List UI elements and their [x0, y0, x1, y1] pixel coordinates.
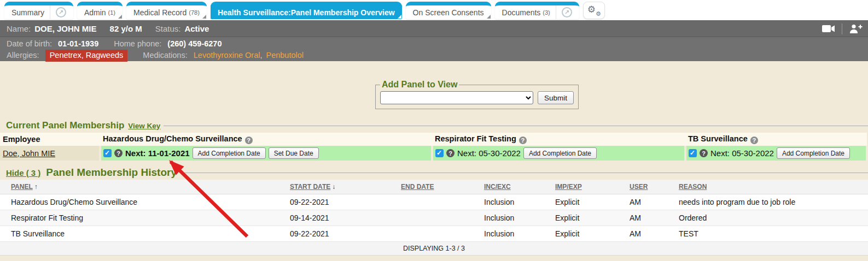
table-row: Hazardous Drug/Chemo Surveillance 09-22-… — [0, 194, 868, 210]
next-due-date: Next: 05-30-2022 — [710, 149, 774, 158]
table-row: TB Surveillance 09-22-2021 Inclusion Exp… — [0, 226, 868, 242]
add-completion-date-button[interactable]: Add Completion Date — [777, 147, 850, 159]
hazardous-panel-cell: Next: 11-01-2021 Add Completion Date Set… — [100, 146, 432, 161]
tab-medical-record[interactable]: Medical Record (78) — [126, 2, 207, 19]
cell-inc-exc: Inclusion — [474, 226, 545, 242]
column-header-imp-exp[interactable]: IMP/EXP — [545, 180, 620, 194]
current-panel-title: Current Panel Membership — [6, 120, 124, 131]
tab-bar: Summary Admin (1) Medical Record (78) He… — [0, 0, 868, 20]
allergies-label: Allergies: — [7, 51, 39, 60]
status-label: Status: — [155, 24, 181, 33]
column-header-employee: Employee — [0, 133, 100, 146]
external-link-icon — [562, 7, 572, 17]
tab-health-surveillance-active[interactable]: Health Surveillance:Panel Membership Ove… — [211, 2, 402, 19]
cell-start-date: 09-22-2021 — [280, 194, 391, 210]
membership-checkbox[interactable] — [103, 149, 112, 157]
tab-label: Admin — [84, 8, 106, 17]
patient-phone: (260) 459-6270 — [167, 39, 222, 48]
patient-banner: Name: DOE, JOHN MIE 82 y/o M Status: Act… — [0, 20, 868, 37]
cell-panel: Respirator Fit Testing — [0, 210, 280, 226]
history-header: Hide ( 3 ) Panel Membership History — [0, 167, 868, 179]
video-camera-icon — [822, 25, 835, 33]
dob-label: Date of birth: — [7, 39, 52, 48]
history-footer-row: DISPLAYING 1-3 / 3 — [0, 242, 868, 256]
cell-imp-exp: Explicit — [545, 210, 620, 226]
cell-user: AM — [620, 194, 669, 210]
column-header-panel[interactable]: PANEL↑ — [0, 180, 280, 194]
cell-imp-exp: Explicit — [545, 194, 620, 210]
help-icon[interactable] — [114, 149, 123, 157]
column-header-inc-exc[interactable]: INC/EXC — [474, 180, 545, 194]
tab-count: (3) — [543, 9, 550, 16]
tab-summary[interactable]: Summary — [4, 2, 73, 19]
cell-reason: needs into program due to job role — [669, 194, 868, 210]
open-new-window-button[interactable] — [556, 5, 572, 19]
history-table: PANEL↑ START DATE↓ END DATE INC/EXC IMP/… — [0, 180, 868, 256]
hide-toggle-link[interactable]: Hide ( 3 ) — [6, 168, 40, 177]
submit-button[interactable]: Submit — [538, 91, 574, 104]
cell-imp-exp: Explicit — [545, 226, 620, 242]
column-header-reason[interactable]: REASON — [669, 180, 868, 194]
add-panel-fieldset: Add Panel to View Submit — [375, 80, 579, 109]
divider — [180, 173, 868, 173]
column-header-tb: TB Surveillance — [685, 133, 867, 146]
paging-status: DISPLAYING 1-3 / 3 — [0, 242, 868, 256]
open-new-window-button[interactable] — [50, 5, 66, 19]
patient-banner-details: Date of birth: 01-01-1939 Home phone: (2… — [0, 37, 868, 61]
add-completion-date-button[interactable]: Add Completion Date — [193, 147, 266, 159]
current-panel-table: Employee Hazardous Drug/Chemo Surveillan… — [0, 133, 868, 161]
help-icon[interactable] — [446, 149, 455, 157]
tab-dropdown-fold-icon — [118, 15, 122, 19]
cell-end-date — [391, 226, 474, 242]
membership-checkbox[interactable] — [435, 149, 444, 157]
column-header-end-date[interactable]: END DATE — [391, 180, 474, 194]
view-key-link[interactable]: View Key — [128, 122, 160, 130]
tab-admin[interactable]: Admin (1) — [77, 2, 123, 19]
tab-dropdown-fold-icon — [487, 15, 491, 19]
patient-name: DOE, JOHN MIE — [34, 24, 96, 33]
cell-user: AM — [620, 226, 669, 242]
table-row: Respirator Fit Testing 09-14-2021 Inclus… — [0, 210, 868, 226]
column-header-start-date[interactable]: START DATE↓ — [280, 180, 391, 194]
help-icon[interactable] — [750, 137, 758, 144]
patient-age-sex: 82 y/o M — [110, 24, 142, 33]
column-header-user[interactable]: USER — [620, 180, 669, 194]
medication-item: Levothyroxine Oral — [194, 51, 260, 60]
medication-item: Penbutolol — [266, 51, 304, 60]
tab-documents[interactable]: Documents (3) — [495, 2, 579, 19]
respirator-panel-cell: Next: 05-30-2022 Add Completion Date — [432, 146, 685, 161]
cell-inc-exc: Inclusion — [474, 210, 545, 226]
cell-end-date — [391, 210, 474, 226]
add-person-button[interactable] — [849, 24, 863, 33]
employee-cell: Doe, John MIE — [0, 146, 100, 161]
add-completion-date-button[interactable]: Add Completion Date — [523, 147, 597, 159]
external-link-icon — [56, 7, 66, 17]
name-label: Name: — [7, 24, 31, 33]
current-panel-membership-section: Current Panel Membership View Key Employ… — [0, 120, 868, 161]
membership-checkbox[interactable] — [689, 149, 697, 157]
panel-select[interactable] — [380, 91, 533, 104]
tab-on-screen-consents[interactable]: On Screen Consents — [406, 2, 491, 19]
settings-button[interactable] — [583, 2, 605, 19]
tab-dropdown-fold-icon — [202, 15, 206, 19]
history-header-row: PANEL↑ START DATE↓ END DATE INC/EXC IMP/… — [0, 180, 868, 194]
column-header-respirator: Respirator Fit Testing — [432, 133, 685, 146]
tab-count: (1) — [108, 9, 115, 16]
cell-reason: Ordered — [669, 210, 868, 226]
add-panel-legend: Add Panel to View — [380, 80, 459, 90]
next-due-date: Next: 05-30-2022 — [457, 149, 521, 158]
tab-label: On Screen Consents — [413, 8, 484, 17]
set-due-date-button[interactable]: Set Due Date — [269, 147, 319, 159]
video-camera-button[interactable] — [822, 25, 835, 33]
panel-membership-history-section: Hide ( 3 ) Panel Membership History PANE… — [0, 167, 868, 256]
divider — [164, 126, 868, 126]
help-icon[interactable] — [519, 137, 527, 144]
cell-start-date: 09-14-2021 — [280, 210, 391, 226]
sort-ascending-icon: ↑ — [34, 183, 38, 191]
help-icon[interactable] — [700, 149, 708, 157]
employee-link[interactable]: Doe, John MIE — [3, 149, 55, 158]
patient-dob: 01-01-1939 — [58, 39, 98, 48]
tb-panel-cell: Next: 05-30-2022 Add Completion Date — [685, 146, 867, 161]
help-icon[interactable] — [245, 137, 253, 144]
cell-start-date: 09-22-2021 — [280, 226, 391, 242]
